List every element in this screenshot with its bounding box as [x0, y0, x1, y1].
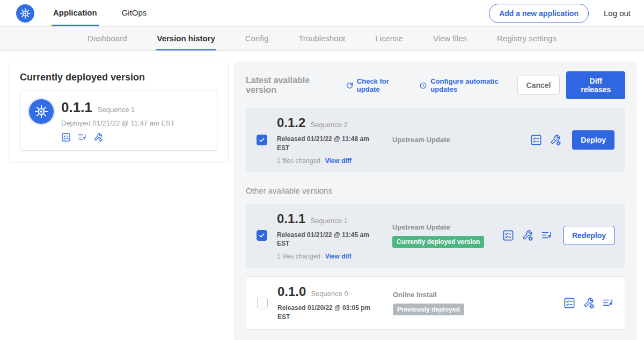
tab-license-label: License [375, 34, 403, 43]
logout-link[interactable]: Log out [604, 0, 631, 26]
latest-version-title: Latest available version [246, 76, 334, 95]
nav-tab-application[interactable]: Application [52, 0, 99, 26]
sequence-label: Sequence 2 [310, 121, 347, 129]
version-row-0-1-0: 0.1.0 Sequence 0 Released 01/20/22 @ 03:… [246, 276, 625, 330]
currently-deployed-title: Currently deployed version [20, 72, 217, 83]
files-changed-line: 1 files changed View diff [277, 253, 382, 260]
version-actions: Deploy [530, 130, 614, 150]
edit-config-icon[interactable] [522, 230, 533, 241]
tab-troubleshoot[interactable]: Troubleshoot [297, 27, 346, 50]
previously-deployed-badge: Previously deployed [393, 304, 464, 315]
deployed-action-icons [61, 132, 175, 142]
version-checkbox[interactable] [257, 298, 268, 308]
deployed-version-number: 0.1.1 [61, 99, 92, 116]
version-row-0-1-2: 0.1.2 Sequence 2 Released 01/21/22 @ 11:… [246, 108, 625, 172]
view-diff-link[interactable]: View diff [325, 157, 352, 165]
view-diff-link[interactable]: View diff [325, 253, 352, 260]
redeploy-button[interactable]: Redeploy [564, 226, 614, 245]
view-diff-icon[interactable] [541, 230, 553, 241]
tab-troubleshoot-label: Troubleshoot [298, 34, 345, 43]
tab-registry-settings-label: Registry settings [497, 34, 557, 43]
checklist-icon[interactable] [564, 297, 575, 309]
version-title-line: 0.1.2 Sequence 2 [277, 115, 382, 130]
tab-dashboard[interactable]: Dashboard [86, 27, 128, 50]
checkmark-icon [258, 136, 266, 144]
deployed-sequence-label: Sequence 1 [98, 106, 135, 114]
checklist-icon[interactable] [530, 134, 542, 146]
version-source-label: Upstream Update [392, 136, 502, 144]
sequence-label: Sequence 1 [310, 217, 347, 225]
nav-tab-application-label: Application [53, 8, 97, 17]
configure-automatic-updates-label: Configure automatic updates [430, 77, 517, 93]
other-versions-header: Other available versions [246, 186, 625, 195]
nav-tab-gitops[interactable]: GitOps [120, 0, 149, 26]
app-subnav: Dashboard Version history Config Trouble… [0, 27, 644, 51]
deployed-timestamp: Deployed 01/21/22 @ 11:47 am EST [61, 119, 175, 127]
version-history-panel: Latest available version Check for updat… [234, 62, 637, 340]
version-source-label: Upstream Update [392, 223, 502, 231]
version-source-column: Online Install Previously deployed [393, 291, 503, 315]
version-info: 0.1.1 Sequence 1 Released 01/21/22 @ 11:… [277, 211, 382, 261]
version-number: 0.1.0 [277, 284, 306, 299]
files-changed-count: 1 files changed [277, 253, 320, 260]
view-diff-icon[interactable] [77, 132, 87, 142]
currently-deployed-badge: Currently deployed version [392, 236, 484, 248]
deployed-card-body: 0.1.1 Sequence 1 Deployed 01/21/22 @ 11:… [61, 99, 175, 142]
app-logo[interactable] [16, 0, 34, 26]
version-row-0-1-1: 0.1.1 Sequence 1 Released 01/21/22 @ 11:… [246, 204, 625, 268]
diff-releases-button[interactable]: Diff releases [566, 71, 625, 99]
navbar-spacer [170, 0, 489, 26]
edit-config-icon[interactable] [550, 134, 561, 146]
version-source-label: Online Install [393, 291, 503, 299]
tab-config[interactable]: Config [244, 27, 269, 50]
tab-view-files-label: View files [433, 34, 467, 43]
deployed-version-line: 0.1.1 Sequence 1 [61, 99, 175, 116]
version-checkbox[interactable] [257, 135, 267, 145]
refresh-icon [346, 82, 354, 90]
version-info: 0.1.0 Sequence 0 Released 01/20/22 @ 03:… [277, 284, 382, 322]
version-title-line: 0.1.0 Sequence 0 [277, 284, 382, 299]
released-timestamp: Released 01/21/22 @ 11:48 am EST [277, 135, 382, 153]
version-actions [564, 297, 614, 309]
nav-tab-gitops-label: GitOps [122, 8, 147, 17]
checklist-icon[interactable] [502, 230, 514, 241]
check-for-update-link[interactable]: Check for update [346, 77, 407, 93]
latest-version-header: Latest available version Check for updat… [246, 71, 625, 99]
checklist-icon[interactable] [61, 132, 71, 142]
top-navbar: Application GitOps Add a new application… [0, 0, 644, 27]
tab-view-files[interactable]: View files [432, 27, 468, 50]
add-application-button[interactable]: Add a new application [489, 4, 589, 23]
tab-license[interactable]: License [374, 27, 404, 50]
tab-version-history[interactable]: Version history [156, 27, 216, 50]
edit-config-icon[interactable] [93, 132, 103, 142]
kubernetes-app-icon [29, 99, 54, 124]
released-timestamp: Released 01/21/22 @ 11:45 am EST [277, 231, 382, 249]
kubernetes-logo-icon [16, 4, 34, 23]
edit-config-icon[interactable] [583, 297, 595, 309]
released-timestamp: Released 01/20/22 @ 03:05 pm EST [277, 304, 382, 322]
check-for-update-label: Check for update [357, 77, 407, 93]
tab-registry-settings[interactable]: Registry settings [496, 27, 558, 50]
files-changed-line: 1 files changed View diff [277, 157, 382, 165]
clock-icon [419, 82, 427, 90]
version-actions: Redeploy [502, 226, 614, 245]
page: Application GitOps Add a new application… [0, 0, 644, 340]
view-diff-icon[interactable] [602, 297, 614, 309]
version-number: 0.1.2 [277, 115, 305, 130]
configure-automatic-updates-link[interactable]: Configure automatic updates [419, 77, 517, 93]
version-number: 0.1.1 [277, 211, 305, 226]
version-info: 0.1.2 Sequence 2 Released 01/21/22 @ 11:… [277, 115, 382, 165]
version-source-column: Upstream Update Currently deployed versi… [392, 223, 502, 248]
version-title-line: 0.1.1 Sequence 1 [277, 211, 382, 226]
currently-deployed-card: 0.1.1 Sequence 1 Deployed 01/21/22 @ 11:… [20, 91, 217, 151]
tab-config-label: Config [245, 34, 268, 43]
files-changed-count: 1 files changed [277, 157, 320, 165]
checkmark-icon [258, 232, 266, 239]
cancel-button[interactable]: Cancel [517, 76, 560, 95]
sequence-label: Sequence 0 [311, 290, 348, 298]
currently-deployed-panel: Currently deployed version 0.1.1 Sequenc… [9, 62, 229, 163]
main-content: Currently deployed version 0.1.1 Sequenc… [0, 51, 644, 340]
deploy-button[interactable]: Deploy [572, 130, 614, 150]
tab-dashboard-label: Dashboard [87, 34, 127, 43]
version-checkbox[interactable] [257, 230, 267, 241]
